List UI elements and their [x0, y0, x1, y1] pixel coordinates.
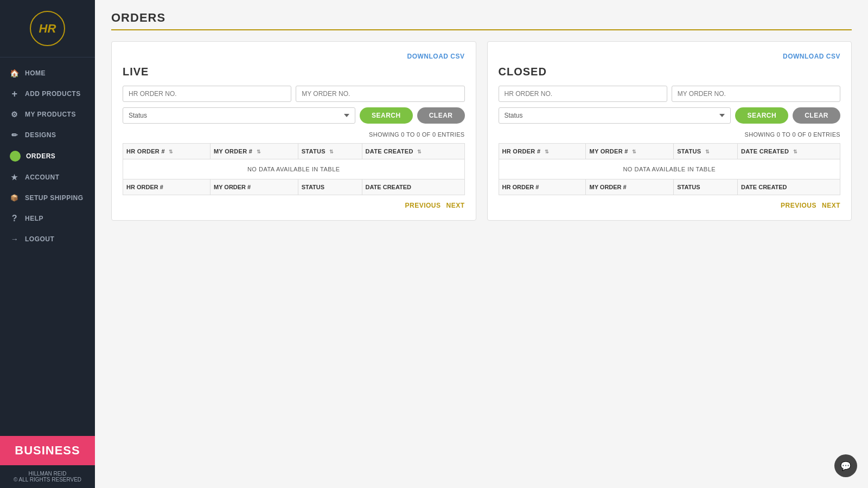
closed-status-select[interactable]: Status [499, 107, 731, 124]
gear-icon: ⚙ [10, 110, 20, 119]
sort-icon-my: ⇅ [257, 149, 261, 155]
sidebar-item-setup-shipping[interactable]: 📦 SETUP SHIPPING [0, 188, 95, 208]
orders-row: DOWNLOAD CSV LIVE Status SEARCH CLEAR SH… [111, 41, 852, 221]
chat-icon: 💬 [840, 461, 851, 471]
sidebar-user: HILLMAN REID © ALL RIGHTS RESERVED [0, 465, 95, 488]
sidebar-item-designs[interactable]: ✏ DESIGNS [0, 125, 95, 145]
live-col-hr-order[interactable]: HR ORDER # ⇅ [123, 144, 210, 159]
logo-text: HR [39, 22, 56, 36]
main-content: ORDERS DOWNLOAD CSV LIVE Status SEARCH C… [95, 0, 868, 488]
closed-no-data-row: NO DATA AVAILABLE IN TABLE [499, 159, 840, 179]
live-clear-button[interactable]: CLEAR [417, 107, 465, 124]
closed-search-button[interactable]: SEARCH [735, 107, 788, 124]
star-icon: ★ [10, 172, 20, 182]
sidebar-item-home-label: HOME [25, 69, 46, 77]
sort-icon-date: ⇅ [417, 149, 422, 155]
closed-footer-date: DATE CREATED [738, 179, 840, 195]
live-my-order-input[interactable] [296, 86, 464, 102]
live-hr-order-input[interactable] [123, 86, 291, 102]
closed-no-data-cell: NO DATA AVAILABLE IN TABLE [499, 159, 840, 179]
closed-previous-button[interactable]: PREVIOUS [781, 202, 816, 209]
live-pagination: PREVIOUS NEXT [123, 202, 465, 209]
closed-footer-status: STATUS [674, 179, 738, 195]
live-footer-my: MY ORDER # [210, 179, 298, 195]
closed-my-order-input[interactable] [672, 86, 840, 102]
pencil-icon: ✏ [10, 130, 20, 140]
shipping-icon: 📦 [10, 193, 20, 203]
closed-clear-button[interactable]: CLEAR [793, 107, 840, 124]
live-col-date-created[interactable]: DATE CREATED ⇅ [362, 144, 464, 159]
live-next-button[interactable]: NEXT [446, 202, 464, 209]
business-label: BUSINESS [0, 436, 95, 465]
live-search-row [123, 86, 465, 102]
sidebar-item-account[interactable]: ★ ACCOUNT [0, 167, 95, 188]
live-panel-title: LIVE [123, 66, 465, 78]
sidebar-item-home[interactable]: 🏠 HOME [0, 63, 95, 84]
sidebar-item-my-products[interactable]: ⚙ MY PRODUCTS [0, 104, 95, 125]
closed-download-csv[interactable]: DOWNLOAD CSV [783, 53, 840, 60]
logo-icon: HR [30, 11, 65, 46]
live-table-footer-row: HR ORDER # MY ORDER # STATUS DATE CREATE… [123, 179, 465, 195]
closed-showing-text: SHOWING 0 TO 0 OF 0 ENTRIES [499, 131, 841, 138]
closed-panel-title: CLOSED [499, 66, 841, 78]
page-title: ORDERS [111, 11, 852, 25]
live-col-my-order[interactable]: MY ORDER # ⇅ [210, 144, 298, 159]
closed-sort-icon-date: ⇅ [793, 149, 797, 155]
closed-col-my-order[interactable]: MY ORDER # ⇅ [586, 144, 674, 159]
sidebar-item-setup-shipping-label: SETUP SHIPPING [25, 194, 83, 202]
closed-col-hr-order[interactable]: HR ORDER # ⇅ [499, 144, 586, 159]
live-orders-table: HR ORDER # ⇅ MY ORDER # ⇅ STATUS ⇅ DATE … [123, 143, 465, 195]
sidebar-item-designs-label: DESIGNS [25, 131, 56, 139]
closed-sort-icon-status: ⇅ [705, 149, 710, 155]
live-search-row-2: Status SEARCH CLEAR [123, 107, 465, 124]
sidebar-item-add-products[interactable]: + ADD PRODUCTS [0, 84, 95, 104]
closed-next-button[interactable]: NEXT [822, 202, 840, 209]
user-copy: © ALL RIGHTS RESERVED [5, 477, 90, 483]
closed-footer-hr: HR ORDER # [499, 179, 586, 195]
live-search-button[interactable]: SEARCH [360, 107, 413, 124]
sidebar-item-help[interactable]: ? HELP [0, 208, 95, 229]
logout-icon: → [10, 234, 20, 244]
live-footer-hr: HR ORDER # [123, 179, 210, 195]
sidebar-nav: 🏠 HOME + ADD PRODUCTS ⚙ MY PRODUCTS ✏ DE… [0, 57, 95, 436]
add-icon: + [10, 89, 20, 99]
sidebar-item-help-label: HELP [25, 215, 43, 222]
sidebar-item-my-products-label: MY PRODUCTS [25, 111, 76, 118]
closed-pagination: PREVIOUS NEXT [499, 202, 841, 209]
sidebar-item-logout[interactable]: → LOGOUT [0, 229, 95, 249]
closed-search-row [499, 86, 841, 102]
sort-icon-hr: ⇅ [169, 149, 173, 155]
live-previous-button[interactable]: PREVIOUS [405, 202, 441, 209]
closed-footer-my: MY ORDER # [586, 179, 674, 195]
sidebar-logo: HR [0, 0, 95, 57]
sidebar-item-logout-label: LOGOUT [25, 235, 54, 243]
sort-icon-status: ⇅ [329, 149, 334, 155]
closed-search-row-2: Status SEARCH CLEAR [499, 107, 841, 124]
live-no-data-row: NO DATA AVAILABLE IN TABLE [123, 159, 465, 179]
live-status-select[interactable]: Status [123, 107, 355, 124]
live-footer-date: DATE CREATED [362, 179, 464, 195]
home-icon: 🏠 [10, 68, 20, 78]
closed-panel: DOWNLOAD CSV CLOSED Status SEARCH CLEAR … [487, 41, 852, 221]
live-download-csv[interactable]: DOWNLOAD CSV [407, 53, 465, 60]
chat-bubble[interactable]: 💬 [834, 454, 857, 477]
closed-hr-order-input[interactable] [499, 86, 667, 102]
sidebar-item-add-products-label: ADD PRODUCTS [25, 90, 81, 98]
live-no-data-cell: NO DATA AVAILABLE IN TABLE [123, 159, 465, 179]
help-icon: ? [10, 214, 20, 223]
sidebar-item-orders-label: ORDERS [26, 152, 55, 160]
live-col-status[interactable]: STATUS ⇅ [298, 144, 362, 159]
closed-sort-icon-my: ⇅ [632, 149, 636, 155]
closed-table-header-row: HR ORDER # ⇅ MY ORDER # ⇅ STATUS ⇅ DATE … [499, 144, 840, 159]
closed-col-status[interactable]: STATUS ⇅ [674, 144, 738, 159]
live-showing-text: SHOWING 0 TO 0 OF 0 ENTRIES [123, 131, 465, 138]
closed-panel-header: DOWNLOAD CSV [499, 53, 841, 60]
closed-col-date-created[interactable]: DATE CREATED ⇅ [738, 144, 840, 159]
live-panel: DOWNLOAD CSV LIVE Status SEARCH CLEAR SH… [111, 41, 476, 221]
live-footer-status: STATUS [298, 179, 362, 195]
live-panel-header: DOWNLOAD CSV [123, 53, 465, 60]
title-divider [111, 29, 852, 30]
closed-table-footer-row: HR ORDER # MY ORDER # STATUS DATE CREATE… [499, 179, 840, 195]
closed-sort-icon-hr: ⇅ [545, 149, 549, 155]
sidebar-item-orders[interactable]: ORDERS [0, 145, 95, 167]
